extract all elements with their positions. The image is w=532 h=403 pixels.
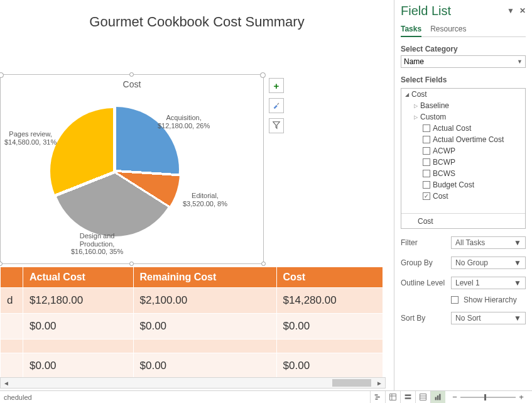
svg-rect-2 bbox=[375, 399, 377, 400]
groupby-dropdown[interactable]: No Group▼ bbox=[451, 257, 526, 269]
chart-styles-button[interactable] bbox=[269, 98, 284, 113]
cell[interactable]: $0.00 bbox=[133, 314, 276, 340]
field-list-pane: Field List ▼ ✕ Tasks Resources Select Ca… bbox=[394, 0, 532, 390]
table-row[interactable]: d $12,180.00 $2,100.00 $14,280.00 bbox=[1, 288, 383, 314]
chart-elements-button[interactable]: + bbox=[269, 78, 284, 93]
field-actual-cost[interactable]: Actual Cost bbox=[433, 124, 471, 133]
collapse-icon[interactable] bbox=[414, 114, 420, 120]
tab-resources[interactable]: Resources bbox=[430, 25, 466, 36]
tab-tasks[interactable]: Tasks bbox=[401, 25, 421, 37]
funnel-icon bbox=[272, 121, 281, 131]
svg-rect-3 bbox=[390, 394, 396, 400]
fields-tree[interactable]: Cost Baseline Custom Actual Cost Actual … bbox=[401, 88, 526, 229]
select-category-value: Name bbox=[404, 57, 424, 66]
checkbox-actual-overtime-cost[interactable] bbox=[423, 136, 430, 143]
checkbox-actual-cost[interactable] bbox=[423, 124, 430, 132]
filter-dropdown[interactable]: All Tasks▼ bbox=[451, 236, 526, 249]
chevron-down-icon: ▼ bbox=[514, 238, 521, 247]
scroll-right-button[interactable]: ► bbox=[374, 378, 385, 388]
svg-rect-7 bbox=[405, 397, 411, 399]
cost-table[interactable]: Actual Cost Remaining Cost Cost d $12,18… bbox=[0, 267, 383, 379]
svg-rect-8 bbox=[420, 394, 426, 400]
cell[interactable]: $2,100.00 bbox=[133, 288, 276, 314]
table-row[interactable] bbox=[1, 340, 383, 353]
report-title: Gourmet Cookbook Cost Summary bbox=[0, 14, 394, 30]
svg-rect-13 bbox=[439, 394, 440, 400]
field-cost[interactable]: Cost bbox=[433, 192, 448, 201]
data-label-editorial: Editorial,$3,520.00, 8% bbox=[183, 192, 227, 207]
scrollbar-thumb[interactable] bbox=[332, 379, 371, 387]
checkbox-cost[interactable]: ✓ bbox=[423, 192, 430, 200]
cell[interactable]: $0.00 bbox=[276, 353, 383, 379]
data-label-pages: Pages review,$14,580.00, 31% bbox=[4, 130, 57, 146]
table-row[interactable]: $0.00 $0.00 $0.00 bbox=[1, 353, 383, 379]
expand-icon[interactable] bbox=[405, 91, 411, 97]
zoom-out-button[interactable]: − bbox=[450, 392, 459, 402]
checkbox-bcwp[interactable] bbox=[423, 158, 430, 166]
field-bcwp[interactable]: BCWP bbox=[433, 158, 455, 167]
chevron-down-icon: ▼ bbox=[514, 258, 521, 267]
zoom-slider-thumb[interactable] bbox=[484, 394, 486, 400]
cell[interactable]: $0.00 bbox=[23, 353, 134, 379]
data-label-acquisition: Acquisition,$12,180.00, 26% bbox=[158, 114, 210, 130]
chart-container[interactable]: Cost Acquisition,$12,180.00, 26% Editori… bbox=[0, 74, 264, 264]
chevron-down-icon: ▼ bbox=[514, 279, 521, 287]
select-fields-label: Select Fields bbox=[401, 75, 526, 84]
svg-rect-6 bbox=[405, 394, 411, 395]
table-row[interactable]: $0.00 $0.00 $0.00 bbox=[1, 314, 383, 340]
scroll-left-button[interactable]: ◄ bbox=[1, 378, 12, 388]
status-bar: cheduled − + bbox=[0, 390, 532, 403]
filter-value: All Tasks bbox=[455, 238, 485, 247]
paintbrush-icon bbox=[272, 101, 281, 111]
col-actual-cost[interactable]: Actual Cost bbox=[23, 267, 134, 288]
show-hierarchy-label: Show Hierarchy bbox=[464, 295, 517, 304]
groupby-value: No Group bbox=[455, 258, 488, 267]
select-category-label: Select Category bbox=[401, 45, 526, 53]
checkbox-bcws[interactable] bbox=[423, 170, 430, 177]
cell[interactable]: $12,180.00 bbox=[23, 288, 134, 314]
view-report-button[interactable] bbox=[430, 391, 445, 404]
view-team-planner-button[interactable] bbox=[400, 391, 415, 404]
chevron-down-icon: ▼ bbox=[517, 58, 523, 65]
tree-node-custom[interactable]: Custom bbox=[420, 113, 446, 121]
cell[interactable]: $0.00 bbox=[133, 353, 276, 379]
chevron-down-icon: ▼ bbox=[514, 314, 521, 323]
outline-level-dropdown[interactable]: Level 1▼ bbox=[451, 277, 526, 289]
chart-filters-button[interactable] bbox=[269, 118, 284, 133]
cell[interactable]: $0.00 bbox=[23, 314, 134, 340]
cell[interactable]: $0.00 bbox=[276, 314, 383, 340]
field-bcws[interactable]: BCWS bbox=[433, 169, 455, 178]
view-task-usage-button[interactable] bbox=[385, 391, 400, 404]
view-gantt-button[interactable] bbox=[370, 391, 385, 404]
select-category-dropdown[interactable]: Name ▼ bbox=[401, 55, 526, 68]
svg-rect-1 bbox=[376, 397, 380, 398]
collapse-icon[interactable] bbox=[414, 102, 420, 109]
field-budget-cost[interactable]: Budget Cost bbox=[433, 180, 474, 189]
cell-rowname[interactable]: d bbox=[1, 288, 23, 314]
col-remaining-cost[interactable]: Remaining Cost bbox=[133, 267, 276, 288]
checkbox-acwp[interactable] bbox=[423, 147, 430, 155]
zoom-in-button[interactable]: + bbox=[517, 392, 526, 402]
svg-rect-0 bbox=[375, 394, 378, 395]
col-cost[interactable]: Cost bbox=[276, 267, 383, 288]
horizontal-scrollbar[interactable]: ◄ ► bbox=[0, 377, 386, 389]
plus-icon: + bbox=[274, 80, 280, 91]
checkbox-show-hierarchy[interactable] bbox=[451, 296, 459, 304]
pane-options-button[interactable]: ▼ bbox=[507, 6, 514, 15]
tree-node-cost[interactable]: Cost bbox=[411, 90, 427, 99]
chart-title: Cost bbox=[1, 79, 263, 89]
field-actual-overtime-cost[interactable]: Actual Overtime Cost bbox=[433, 135, 504, 144]
field-acwp[interactable]: ACWP bbox=[433, 146, 455, 155]
tree-node-baseline[interactable]: Baseline bbox=[420, 101, 449, 110]
status-text: cheduled bbox=[0, 394, 32, 401]
sortby-dropdown[interactable]: No Sort▼ bbox=[451, 312, 526, 324]
svg-rect-12 bbox=[437, 395, 438, 400]
view-resource-sheet-button[interactable] bbox=[415, 391, 430, 404]
checkbox-budget-cost[interactable] bbox=[423, 181, 430, 189]
zoom-slider[interactable] bbox=[460, 397, 516, 398]
pie-slice-pages[interactable] bbox=[50, 108, 176, 234]
cell[interactable]: $14,280.00 bbox=[276, 288, 383, 314]
close-icon[interactable]: ✕ bbox=[519, 6, 526, 15]
filter-label: Filter bbox=[401, 238, 451, 247]
groupby-label: Group By bbox=[401, 258, 451, 267]
